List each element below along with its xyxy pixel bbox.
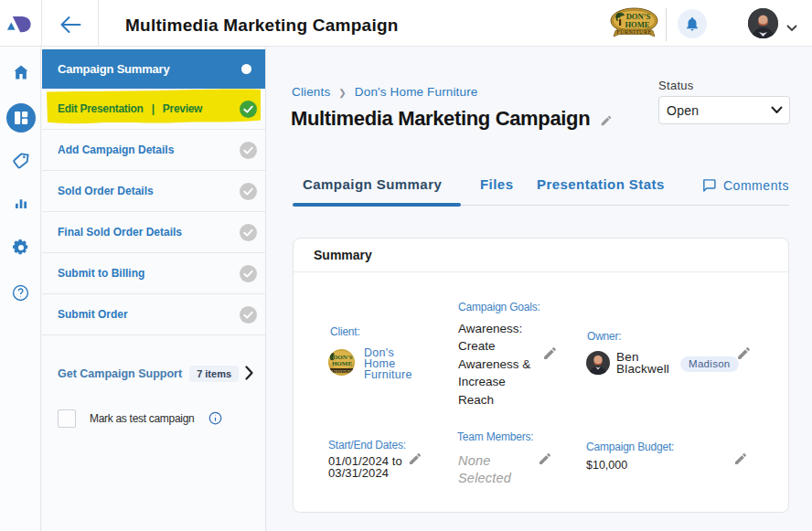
svg-text:HOME: HOME: [332, 360, 352, 367]
svg-text:FURNITURE: FURNITURE: [616, 28, 651, 35]
svg-text:FURNITURE: FURNITURE: [329, 369, 354, 374]
svg-text:HOME: HOME: [625, 20, 649, 29]
